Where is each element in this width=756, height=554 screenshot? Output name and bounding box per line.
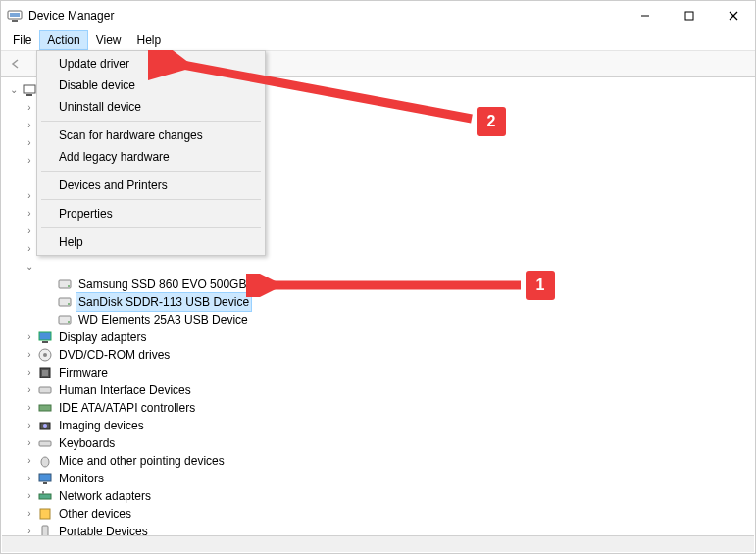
category-icon	[37, 365, 53, 380]
statusbar	[2, 535, 754, 552]
menu-help[interactable]: Help	[39, 231, 263, 253]
tree-category[interactable]: ›Other devices	[8, 505, 754, 523]
menu-update-driver[interactable]: Update driver	[39, 53, 263, 75]
category-icon	[37, 506, 53, 522]
svg-point-24	[43, 424, 47, 428]
expand-icon[interactable]: ›	[24, 455, 35, 467]
menu-separator	[41, 171, 261, 172]
category-icon	[37, 488, 53, 504]
tree-device[interactable]: ·Samsung SSD 860 EVO 500GB	[8, 276, 754, 293]
expand-icon[interactable]: ›	[24, 437, 35, 449]
tree-category[interactable]: ›Keyboards	[8, 434, 754, 452]
menu-devices-printers[interactable]: Devices and Printers	[39, 175, 263, 196]
category-icon	[37, 382, 53, 398]
svg-rect-32	[42, 526, 48, 535]
menu-view[interactable]: View	[88, 30, 129, 50]
expand-icon[interactable]: ›	[24, 473, 35, 484]
expand-icon[interactable]: ›	[24, 243, 35, 255]
expand-icon[interactable]: ⌄	[8, 84, 20, 96]
disk-drive-icon	[57, 294, 73, 310]
svg-point-10	[68, 285, 70, 287]
tree-category[interactable]: ›IDE ATA/ATAPI controllers	[8, 399, 754, 417]
minimize-button[interactable]	[623, 1, 667, 30]
expand-icon[interactable]: ›	[24, 137, 35, 149]
menu-uninstall-device[interactable]: Uninstall device	[39, 96, 263, 118]
menu-separator	[41, 121, 261, 122]
svg-rect-8	[26, 94, 32, 96]
category-label: Network adapters	[57, 487, 153, 505]
action-menu-dropdown: Update driver Disable device Uninstall d…	[36, 50, 266, 256]
svg-rect-29	[39, 494, 51, 499]
category-icon	[37, 418, 53, 433]
expand-icon[interactable]: ›	[24, 402, 35, 414]
tree-category[interactable]: ›Display adapters	[8, 328, 754, 346]
tree-category-disk-drives[interactable]: ⌄	[8, 258, 754, 276]
expand-icon[interactable]: ›	[24, 384, 35, 396]
category-icon	[37, 453, 53, 469]
menu-separator	[41, 199, 261, 200]
menu-disable-device[interactable]: Disable device	[39, 75, 263, 96]
expand-icon[interactable]: ›	[24, 367, 35, 378]
expand-icon[interactable]: ›	[24, 102, 35, 114]
titlebar: Device Manager	[1, 1, 755, 30]
tree-category[interactable]: ›Mice and other pointing devices	[8, 452, 754, 470]
svg-point-12	[68, 303, 70, 305]
svg-rect-20	[42, 370, 48, 376]
category-label: Other devices	[57, 505, 133, 523]
tree-category[interactable]: ›Human Interface Devices	[8, 381, 754, 399]
svg-rect-22	[39, 405, 51, 411]
tree-category[interactable]: ›Imaging devices	[8, 417, 754, 434]
svg-rect-28	[43, 482, 47, 484]
tree-category[interactable]: ›Firmware	[8, 364, 754, 381]
device-label: SanDisk SDDR-113 USB Device	[76, 293, 251, 311]
expand-icon[interactable]: ›	[24, 349, 35, 361]
tree-category[interactable]: ›Portable Devices	[8, 523, 754, 535]
expand-icon[interactable]: ›	[24, 120, 35, 131]
category-label: Display adapters	[57, 328, 148, 346]
svg-rect-2	[10, 13, 20, 17]
menu-scan-hardware[interactable]: Scan for hardware changes	[39, 125, 263, 146]
category-label: Monitors	[57, 470, 106, 487]
menu-add-legacy[interactable]: Add legacy hardware	[39, 146, 263, 168]
expand-icon[interactable]: ›	[24, 331, 35, 343]
expand-icon[interactable]: ›	[24, 508, 35, 520]
expand-icon[interactable]: ›	[24, 490, 35, 502]
tree-category[interactable]: ›Monitors	[8, 470, 754, 487]
category-label: IDE ATA/ATAPI controllers	[57, 399, 197, 417]
category-label: Portable Devices	[57, 523, 150, 535]
annotation-badge-2: 2	[477, 107, 506, 136]
menu-file[interactable]: File	[5, 30, 39, 50]
back-button[interactable]	[5, 53, 26, 75]
device-manager-window: Device Manager File Action View Help	[0, 0, 756, 554]
annotation-badge-1: 1	[526, 271, 555, 300]
expand-icon[interactable]: ›	[24, 190, 35, 202]
svg-point-14	[68, 321, 70, 323]
tree-device[interactable]: ·SanDisk SDDR-113 USB Device	[8, 293, 754, 311]
expand-icon[interactable]: ›	[24, 226, 35, 237]
device-label: WD Elements 25A3 USB Device	[76, 311, 250, 328]
menu-help[interactable]: Help	[129, 30, 170, 50]
menu-action[interactable]: Action	[39, 30, 87, 50]
collapse-icon[interactable]: ⌄	[24, 261, 35, 273]
tree-category[interactable]: ›Network adapters	[8, 487, 754, 505]
expand-icon[interactable]: ›	[24, 208, 35, 220]
svg-rect-1	[12, 20, 18, 22]
category-icon	[37, 400, 53, 416]
expand-icon[interactable]: ›	[24, 420, 35, 431]
tree-device[interactable]: ·WD Elements 25A3 USB Device	[8, 311, 754, 328]
maximize-button[interactable]	[667, 1, 711, 30]
svg-rect-21	[39, 387, 51, 393]
svg-rect-27	[39, 474, 51, 481]
close-button[interactable]	[711, 1, 755, 30]
expand-icon[interactable]: ›	[24, 526, 35, 535]
expand-icon[interactable]: ›	[24, 155, 35, 167]
window-controls	[623, 1, 755, 30]
expand-icon: ·	[43, 296, 55, 308]
category-icon	[37, 329, 53, 345]
category-icon	[37, 524, 53, 535]
menubar: File Action View Help	[1, 30, 755, 51]
category-label: DVD/CD-ROM drives	[57, 346, 172, 364]
menu-properties[interactable]: Properties	[39, 203, 263, 225]
category-icon	[37, 347, 53, 363]
tree-category[interactable]: ›DVD/CD-ROM drives	[8, 346, 754, 364]
